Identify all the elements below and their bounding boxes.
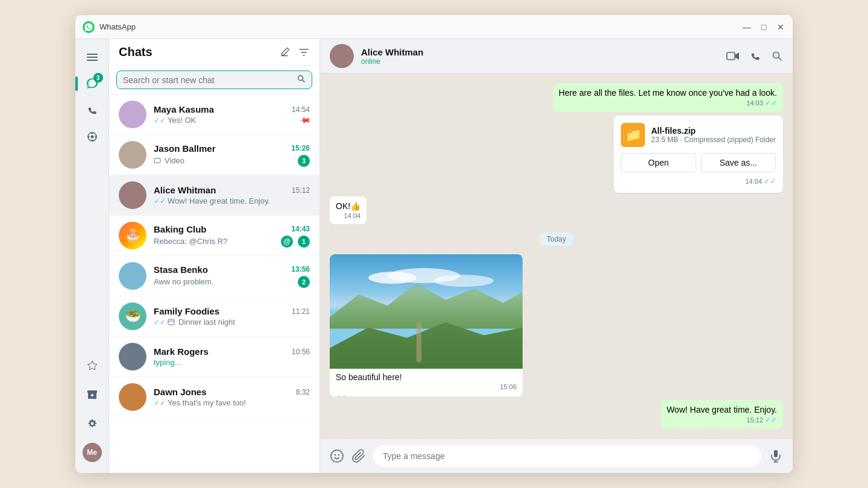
title-bar: WhatsApp — □ ✕	[75, 15, 793, 39]
chat-preview-baking: Rebecca: @Chris R?	[154, 237, 227, 246]
ticks-icon: ✓✓	[154, 116, 166, 125]
file-icon: 📁	[621, 123, 645, 147]
save-file-button[interactable]: Save as...	[701, 153, 776, 172]
voice-message-button[interactable]	[769, 449, 783, 463]
search-bar	[109, 66, 319, 95]
chat-item-mark[interactable]: Mark Rogers 10:56 typing...	[109, 337, 319, 377]
nav-sidebar: 3	[75, 39, 109, 473]
avatar-jason	[119, 141, 146, 169]
svg-point-7	[91, 140, 93, 142]
chat-list-actions	[278, 46, 310, 58]
minimize-button[interactable]: —	[742, 22, 752, 32]
search-input-wrap[interactable]	[116, 70, 312, 89]
app-logo	[83, 21, 95, 33]
chat-name-alice: Alice Whitman	[154, 185, 216, 195]
chat-avatar[interactable]	[330, 44, 354, 68]
chat-name-mark: Mark Rogers	[154, 346, 209, 357]
chat-name-row: Maya Kasuma 14:54	[154, 104, 310, 114]
chat-time-stasa: 13:56	[291, 265, 310, 274]
chat-preview: ✓✓Yes! OK	[154, 116, 196, 125]
file-time: 14:04 ✓✓	[621, 174, 776, 186]
app-title: WhatsApp	[99, 22, 742, 31]
chat-name-row-dawn: Dawn Jones 8:32	[154, 387, 310, 397]
video-call-button[interactable]	[726, 49, 740, 63]
chat-name-stasa: Stasa Benko	[154, 264, 208, 275]
chat-item-family[interactable]: 🥗 Family Foodies 11:21 ✓✓ Dinner last ni…	[109, 296, 319, 337]
message-input[interactable]	[373, 445, 761, 467]
photo-time: 15:06	[330, 383, 523, 394]
mention-badge: @	[281, 236, 293, 248]
chat-list-header: Chats	[109, 39, 319, 66]
msg-time-5: 15:12 ✓✓	[667, 416, 777, 424]
chat-status: online	[361, 57, 719, 66]
chat-item-stasa[interactable]: Stasa Benko 13:56 Aww no problem. 2	[109, 256, 319, 296]
nav-profile-avatar[interactable]: Me	[80, 440, 104, 465]
chat-list-title: Chats	[119, 45, 153, 59]
chat-item-dawn[interactable]: Dawn Jones 8:32 ✓✓ Yes that's my fave to…	[109, 377, 319, 418]
file-header: 📁 All-files.zip 23.5 MB · Compressed (zi…	[621, 123, 776, 147]
svg-point-9	[95, 136, 96, 138]
svg-rect-13	[168, 319, 174, 325]
filter-button[interactable]	[298, 46, 310, 58]
nav-communities-button[interactable]	[80, 125, 104, 149]
close-button[interactable]: ✕	[776, 22, 785, 32]
photo-caption: So beautiful here!	[330, 369, 523, 383]
unread-badge-stasa: 2	[298, 276, 310, 288]
nav-bottom: Me	[80, 354, 104, 467]
ticks-dawn: ✓✓	[154, 399, 166, 407]
chat-item-alice[interactable]: Alice Whitman 15:12 ✓✓ Wow! Have great t…	[109, 175, 319, 216]
chat-name: Maya Kasuma	[154, 104, 214, 114]
chat-info-jason: Jason Ballmer 15:26 Video 3	[154, 143, 310, 167]
open-file-button[interactable]: Open	[621, 153, 696, 172]
svg-rect-3	[87, 60, 98, 61]
search-input[interactable]	[123, 75, 297, 85]
nav-archived-button[interactable]	[80, 383, 104, 407]
msg-ticks: ✓✓	[765, 99, 777, 107]
chat-contact-name[interactable]: Alice Whitman	[361, 47, 719, 57]
chat-preview-dawn: ✓✓ Yes that's my fave too!	[154, 398, 246, 407]
maximize-button[interactable]: □	[759, 22, 769, 32]
attach-button[interactable]	[351, 449, 366, 463]
msg-ticks-5: ✓✓	[765, 416, 777, 424]
nav-menu-button[interactable]	[80, 45, 104, 69]
chat-preview-row: ✓✓Yes! OK 📌	[154, 116, 310, 125]
chat-item-baking[interactable]: 🎂 Baking Club 14:43 Rebecca: @Chris R? @…	[109, 216, 319, 256]
chat-info-family: Family Foodies 11:21 ✓✓ Dinner last nigh…	[154, 306, 310, 327]
chat-preview-alice: ✓✓ Wow! Have great time. Enjoy.	[154, 196, 270, 205]
chat-preview-row-alice: ✓✓ Wow! Have great time. Enjoy.	[154, 196, 310, 205]
file-ticks: ✓✓	[764, 177, 776, 186]
voice-call-button[interactable]	[749, 50, 761, 62]
avatar-stasa	[119, 262, 146, 290]
pin-icon: 📌	[298, 114, 312, 127]
chat-list-panel: Chats	[109, 39, 320, 473]
nav-starred-button[interactable]	[80, 354, 104, 378]
nav-settings-button[interactable]	[80, 411, 104, 436]
chats-badge: 3	[93, 73, 103, 83]
chat-name-row-stasa: Stasa Benko 13:56	[154, 264, 310, 275]
nav-calls-button[interactable]	[80, 98, 104, 122]
svg-point-6	[91, 133, 93, 134]
chat-time-mark: 10:56	[292, 348, 310, 356]
svg-point-21	[335, 454, 336, 455]
emoji-button[interactable]	[330, 449, 344, 463]
avatar-mark	[119, 343, 146, 371]
svg-rect-1	[87, 54, 98, 55]
new-chat-button[interactable]	[278, 46, 291, 58]
avatar-baking: 🎂	[119, 222, 146, 249]
message-time: 14:03 ✓✓	[559, 99, 777, 107]
window-controls: — □ ✕	[742, 22, 785, 32]
app-body: 3	[75, 39, 793, 473]
avatar-dawn	[119, 383, 146, 411]
chat-preview-family: ✓✓ Dinner last night	[154, 318, 235, 327]
search-chat-button[interactable]	[771, 50, 783, 62]
chat-name-row-baking: Baking Club 14:43	[154, 224, 310, 234]
chat-preview-stasa: Aww no problem.	[154, 277, 213, 286]
chat-item-maya[interactable]: Maya Kasuma 14:54 ✓✓Yes! OK 📌	[109, 95, 319, 135]
chat-preview-jason: Video	[154, 156, 184, 165]
chat-panel: Alice Whitman online	[320, 39, 793, 473]
msg-time-3: 14:04	[336, 212, 360, 219]
nav-chats-button[interactable]: 3	[80, 72, 104, 96]
chat-info-baking: Baking Club 14:43 Rebecca: @Chris R? @ 1	[154, 224, 310, 248]
chat-name-row-alice: Alice Whitman 15:12	[154, 185, 310, 195]
chat-item-jason[interactable]: Jason Ballmer 15:26 Video 3	[109, 135, 319, 175]
